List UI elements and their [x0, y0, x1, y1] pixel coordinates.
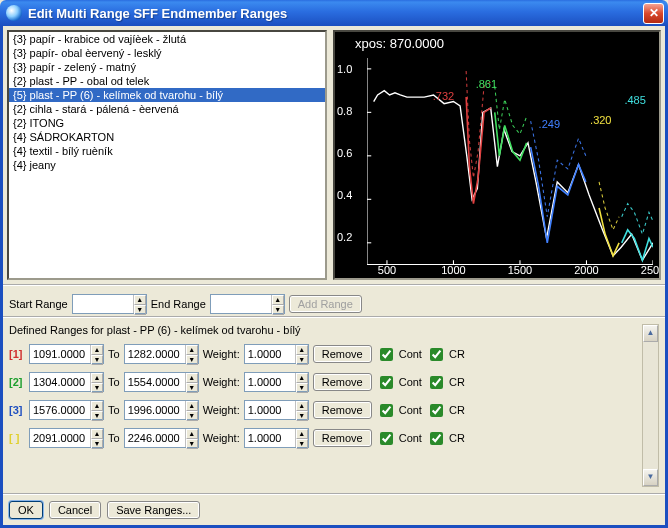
spin-up-icon[interactable]: ▲ [186, 429, 198, 439]
spin-down-icon[interactable]: ▼ [272, 305, 284, 315]
list-item[interactable]: {3} papír- obal èervený - lesklý [9, 46, 325, 60]
spin-down-icon[interactable]: ▼ [91, 411, 103, 421]
cr-label: CR [449, 348, 465, 360]
endmember-listbox[interactable]: {3} papír - krabice od vajíèek - žlutá{3… [7, 30, 327, 280]
spin-up-icon[interactable]: ▲ [186, 401, 198, 411]
list-item[interactable]: {4} textil - bílý ruèník [9, 144, 325, 158]
spin-input[interactable]: ▲▼ [124, 428, 199, 448]
cont-label: Cont [399, 348, 422, 360]
y-tick: 0.2 [337, 231, 352, 243]
cr-label: CR [449, 432, 465, 444]
add-range-button[interactable]: Add Range [289, 295, 362, 313]
list-item[interactable]: {3} papír - krabice od vajíèek - žlutá [9, 32, 325, 46]
range-row: [1]▲▼To▲▼Weight:▲▼RemoveContCR [9, 344, 638, 364]
ok-button[interactable]: OK [9, 501, 43, 519]
start-range-input[interactable]: ▲▼ [72, 294, 147, 314]
spin-input[interactable]: ▲▼ [29, 400, 104, 420]
cancel-button[interactable]: Cancel [49, 501, 101, 519]
to-label: To [108, 432, 120, 444]
spin-up-icon[interactable]: ▲ [186, 345, 198, 355]
cont-label: Cont [399, 432, 422, 444]
chart-marker: .485 [624, 94, 645, 106]
spin-up-icon[interactable]: ▲ [296, 429, 308, 439]
spin-input[interactable]: ▲▼ [244, 400, 309, 420]
x-tick: 500 [378, 264, 396, 276]
spin-up-icon[interactable]: ▲ [91, 373, 103, 383]
spin-down-icon[interactable]: ▼ [296, 411, 308, 421]
y-tick: 0.6 [337, 147, 352, 159]
spin-down-icon[interactable]: ▼ [134, 305, 146, 315]
cont-checkbox[interactable] [380, 376, 393, 389]
spin-down-icon[interactable]: ▼ [296, 383, 308, 393]
spin-input[interactable]: ▲▼ [124, 372, 199, 392]
spin-input[interactable]: ▲▼ [244, 428, 309, 448]
close-icon: ✕ [649, 6, 659, 20]
bottom-bar: OK Cancel Save Ranges... [3, 493, 665, 525]
cr-checkbox[interactable] [430, 348, 443, 361]
spin-up-icon[interactable]: ▲ [91, 401, 103, 411]
remove-button[interactable]: Remove [313, 401, 372, 419]
cr-checkbox[interactable] [430, 404, 443, 417]
save-ranges-button[interactable]: Save Ranges... [107, 501, 200, 519]
titlebar[interactable]: Edit Multi Range SFF Endmember Ranges ✕ [0, 0, 668, 26]
chart-marker: .861 [476, 78, 497, 90]
spin-up-icon[interactable]: ▲ [91, 345, 103, 355]
spin-up-icon[interactable]: ▲ [272, 295, 284, 305]
spin-up-icon[interactable]: ▲ [134, 295, 146, 305]
spin-down-icon[interactable]: ▼ [91, 439, 103, 449]
cont-checkbox[interactable] [380, 348, 393, 361]
range-index: [2] [9, 376, 25, 388]
spin-input[interactable]: ▲▼ [124, 400, 199, 420]
remove-button[interactable]: Remove [313, 345, 372, 363]
remove-button[interactable]: Remove [313, 429, 372, 447]
spin-down-icon[interactable]: ▼ [91, 383, 103, 393]
y-tick: 0.4 [337, 189, 352, 201]
spin-down-icon[interactable]: ▼ [186, 411, 198, 421]
list-item[interactable]: {2} plast - PP - obal od telek [9, 74, 325, 88]
top-pane: {3} papír - krabice od vajíèek - žlutá{3… [3, 26, 665, 284]
spin-up-icon[interactable]: ▲ [296, 401, 308, 411]
spin-up-icon[interactable]: ▲ [296, 345, 308, 355]
spin-input[interactable]: ▲▼ [124, 344, 199, 364]
spin-input[interactable]: ▲▼ [29, 428, 104, 448]
weight-label: Weight: [203, 376, 240, 388]
spin-down-icon[interactable]: ▼ [186, 383, 198, 393]
spin-input[interactable]: ▲▼ [29, 372, 104, 392]
spin-down-icon[interactable]: ▼ [186, 439, 198, 449]
spin-input[interactable]: ▲▼ [244, 372, 309, 392]
spin-input[interactable]: ▲▼ [244, 344, 309, 364]
spectrum-chart[interactable]: xpos: 870.0000 1.00.80.60.40.25001000150… [333, 30, 661, 280]
end-range-input[interactable]: ▲▼ [210, 294, 285, 314]
cont-label: Cont [399, 376, 422, 388]
list-item[interactable]: {4} SÁDROKARTON [9, 130, 325, 144]
x-tick: 1500 [508, 264, 532, 276]
cr-checkbox[interactable] [430, 432, 443, 445]
cont-checkbox[interactable] [380, 404, 393, 417]
list-item[interactable]: {2} ITONG [9, 116, 325, 130]
range-row: [ ]▲▼To▲▼Weight:▲▼RemoveContCR [9, 428, 638, 448]
spin-down-icon[interactable]: ▼ [296, 355, 308, 365]
spin-up-icon[interactable]: ▲ [91, 429, 103, 439]
spin-input[interactable]: ▲▼ [29, 344, 104, 364]
spin-up-icon[interactable]: ▲ [296, 373, 308, 383]
scroll-down-icon[interactable]: ▼ [643, 469, 658, 486]
defined-ranges-pane: Defined Ranges for plast - PP (6) - kelí… [3, 316, 665, 493]
ranges-scrollbar[interactable]: ▲ ▼ [642, 324, 659, 487]
x-tick: 1000 [441, 264, 465, 276]
cr-checkbox[interactable] [430, 376, 443, 389]
spin-down-icon[interactable]: ▼ [91, 355, 103, 365]
scroll-up-icon[interactable]: ▲ [643, 325, 658, 342]
spin-down-icon[interactable]: ▼ [296, 439, 308, 449]
remove-button[interactable]: Remove [313, 373, 372, 391]
list-item[interactable]: {3} papír - zelený - matný [9, 60, 325, 74]
list-item[interactable]: {2} cihla - stará - pálená - èervená [9, 102, 325, 116]
spin-down-icon[interactable]: ▼ [186, 355, 198, 365]
list-item[interactable]: {4} jeany [9, 158, 325, 172]
close-button[interactable]: ✕ [643, 3, 664, 24]
spin-up-icon[interactable]: ▲ [186, 373, 198, 383]
cr-label: CR [449, 376, 465, 388]
list-item[interactable]: {5} plast - PP (6) - kelímek od tvarohu … [9, 88, 325, 102]
window-title: Edit Multi Range SFF Endmember Ranges [28, 6, 643, 21]
start-range-label: Start Range [9, 298, 68, 310]
cont-checkbox[interactable] [380, 432, 393, 445]
